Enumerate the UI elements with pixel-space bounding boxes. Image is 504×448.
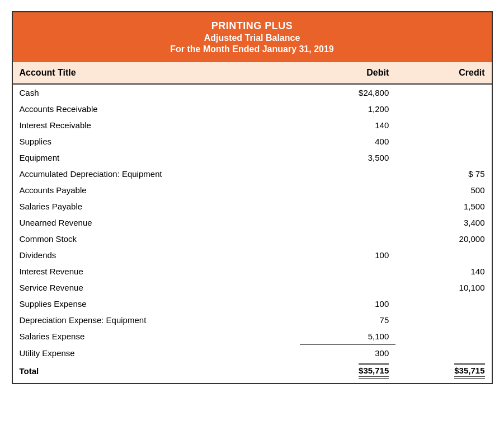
table-header-row: Account Title Debit Credit: [13, 62, 492, 84]
table-row: Equipment3,500: [13, 150, 492, 166]
table-row: Accounts Receivable1,200: [13, 101, 492, 117]
credit-cell: 500: [395, 182, 491, 198]
credit-cell: [395, 328, 491, 345]
debit-cell: [300, 263, 395, 279]
debit-cell: [300, 231, 395, 247]
account-cell: Unearned Revenue: [13, 214, 300, 231]
credit-cell: [395, 133, 491, 150]
table-row: Common Stock20,000: [13, 231, 492, 247]
report-period: For the Month Ended January 31, 2019: [18, 44, 486, 54]
credit-header: Credit: [395, 62, 491, 84]
account-cell: Equipment: [13, 150, 300, 166]
debit-cell: 400: [300, 133, 395, 150]
credit-cell: 1,500: [395, 198, 491, 214]
report-title: Adjusted Trial Balance: [18, 33, 486, 43]
total-label: Total: [13, 361, 300, 383]
table-row: Interest Revenue140: [13, 263, 492, 279]
account-cell: Salaries Expense: [13, 328, 300, 345]
table-row: Depreciation Expense: Equipment75: [13, 312, 492, 328]
debit-cell: 100: [300, 247, 395, 263]
account-cell: Supplies Expense: [13, 296, 300, 312]
table-row: Utility Expense300: [13, 345, 492, 362]
debit-cell: [300, 182, 395, 198]
account-cell: Accounts Payable: [13, 182, 300, 198]
credit-cell: $ 75: [395, 166, 491, 182]
table-row: Accounts Payable500: [13, 182, 492, 198]
report-header: PRINTING PLUS Adjusted Trial Balance For…: [13, 12, 492, 62]
credit-cell: 10,100: [395, 279, 491, 296]
table-row: Unearned Revenue3,400: [13, 214, 492, 231]
table-row: Interest Receivable140: [13, 117, 492, 133]
table-row: Accumulated Depreciation: Equipment$ 75: [13, 166, 492, 182]
debit-header: Debit: [300, 62, 395, 84]
company-name: PRINTING PLUS: [18, 20, 486, 32]
total-debit: $35,715: [300, 361, 395, 383]
account-cell: Common Stock: [13, 231, 300, 247]
account-cell: Accumulated Depreciation: Equipment: [13, 166, 300, 182]
debit-cell: [300, 198, 395, 214]
credit-cell: 20,000: [395, 231, 491, 247]
table-row: Supplies400: [13, 133, 492, 150]
credit-cell: [395, 117, 491, 133]
credit-cell: [395, 247, 491, 263]
credit-cell: [395, 296, 491, 312]
credit-cell: [395, 312, 491, 328]
credit-cell: [395, 101, 491, 117]
debit-cell: 1,200: [300, 101, 395, 117]
account-cell: Depreciation Expense: Equipment: [13, 312, 300, 328]
debit-cell: 75: [300, 312, 395, 328]
table-row: Dividends100: [13, 247, 492, 263]
credit-cell: [395, 84, 491, 101]
debit-cell: 3,500: [300, 150, 395, 166]
account-cell: Salaries Payable: [13, 198, 300, 214]
account-cell: Cash: [13, 84, 300, 101]
account-cell: Utility Expense: [13, 345, 300, 362]
debit-cell: [300, 279, 395, 296]
trial-balance-table: Account Title Debit Credit Cash$24,800Ac…: [13, 62, 492, 383]
account-cell: Accounts Receivable: [13, 101, 300, 117]
account-cell: Interest Revenue: [13, 263, 300, 279]
report-container: PRINTING PLUS Adjusted Trial Balance For…: [12, 11, 493, 384]
debit-cell: $24,800: [300, 84, 395, 101]
table-row: Salaries Payable1,500: [13, 198, 492, 214]
account-title-header: Account Title: [13, 62, 300, 84]
debit-cell: [300, 214, 395, 231]
total-row: Total$35,715$35,715: [13, 361, 492, 383]
account-cell: Interest Receivable: [13, 117, 300, 133]
debit-cell: [300, 166, 395, 182]
debit-cell: 100: [300, 296, 395, 312]
account-cell: Service Revenue: [13, 279, 300, 296]
table-row: Salaries Expense5,100: [13, 328, 492, 345]
account-cell: Dividends: [13, 247, 300, 263]
table-row: Supplies Expense100: [13, 296, 492, 312]
credit-cell: [395, 150, 491, 166]
credit-cell: 140: [395, 263, 491, 279]
credit-cell: [395, 345, 491, 362]
debit-cell: 5,100: [300, 328, 395, 345]
debit-cell: 140: [300, 117, 395, 133]
debit-cell: 300: [300, 345, 395, 362]
account-cell: Supplies: [13, 133, 300, 150]
table-row: Cash$24,800: [13, 84, 492, 101]
credit-cell: 3,400: [395, 214, 491, 231]
total-credit: $35,715: [395, 361, 491, 383]
table-row: Service Revenue10,100: [13, 279, 492, 296]
